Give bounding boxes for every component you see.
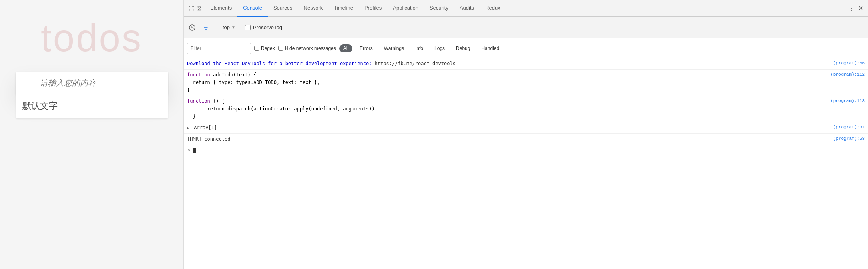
regex-group: Regex	[254, 46, 275, 51]
console-entry-2: function addTodo(text) { return { type: …	[184, 70, 868, 96]
console-entry-5-source[interactable]: (program):58	[833, 135, 865, 141]
filter-info-btn[interactable]: Info	[411, 44, 427, 52]
filter-input[interactable]	[187, 43, 251, 54]
preserve-log-label[interactable]: Preserve log	[253, 24, 282, 30]
prompt-icon: >	[187, 147, 190, 153]
console-entry-3-source[interactable]: (program):113	[830, 98, 865, 103]
app-input-area	[16, 72, 168, 94]
filter-icon-btn[interactable]	[201, 22, 211, 33]
tab-security[interactable]: Security	[424, 0, 454, 17]
tab-sources[interactable]: Sources	[268, 0, 298, 17]
svg-line-1	[191, 26, 193, 29]
preserve-log-checkbox[interactable]	[245, 25, 251, 30]
filter-bar: Regex Hide network messages All Errors W…	[184, 38, 868, 58]
devtools-panel: ⬚ ⧖ Elements Console Sources Network Tim…	[184, 0, 868, 269]
filter-debug-btn[interactable]: Debug	[452, 44, 474, 52]
console-output: Download the React DevTools for a better…	[184, 58, 868, 269]
tab-redux[interactable]: Redux	[480, 0, 506, 17]
todo-input[interactable]	[16, 72, 168, 94]
tab-audits[interactable]: Audits	[454, 0, 480, 17]
close-devtools-icon[interactable]: ✕	[858, 4, 863, 12]
hide-network-label[interactable]: Hide network messages	[285, 46, 336, 51]
console-prompt-row: >	[184, 145, 868, 156]
devtools-tab-icons: ⬚ ⧖	[185, 4, 205, 12]
devtools-tabs-bar: ⬚ ⧖ Elements Console Sources Network Tim…	[184, 0, 868, 17]
regex-checkbox[interactable]	[254, 46, 259, 51]
regex-label[interactable]: Regex	[261, 46, 275, 51]
console-entry-5: [HMR] connected (program):58	[184, 134, 868, 145]
console-entry-4-content: ▶ Array[1]	[187, 124, 830, 132]
console-entry-4-source[interactable]: (program):81	[833, 124, 865, 130]
console-entry-3-content: function () { return dispatch(actionCrea…	[187, 98, 827, 120]
filter-warnings-btn[interactable]: Warnings	[380, 44, 408, 52]
hide-network-checkbox[interactable]	[278, 46, 283, 51]
context-label: top	[223, 24, 230, 30]
default-todo-item: 默认文字	[16, 94, 168, 118]
tab-timeline[interactable]: Timeline	[328, 0, 359, 17]
device-icon[interactable]: ⧖	[197, 5, 201, 12]
context-selector[interactable]: top ▼	[219, 23, 239, 32]
tab-elements[interactable]: Elements	[205, 0, 237, 17]
expand-icon[interactable]: ▶	[187, 125, 189, 131]
console-entry-1-content: Download the React DevTools for a better…	[187, 60, 830, 68]
tab-network[interactable]: Network	[298, 0, 328, 17]
console-entry-1-source[interactable]: (program):66	[833, 60, 865, 66]
console-entry-3: function () { return dispatch(actionCrea…	[184, 96, 868, 122]
clear-console-button[interactable]	[187, 22, 197, 33]
console-cursor	[193, 148, 196, 153]
devtools-end-icons: ⋮ ✕	[845, 4, 866, 12]
preserve-log-area: Preserve log	[245, 24, 282, 30]
app-panel: todos 默认文字	[0, 0, 184, 269]
hide-network-group: Hide network messages	[278, 46, 336, 51]
filter-errors-btn[interactable]: Errors	[356, 44, 377, 52]
filter-all-btn[interactable]: All	[339, 44, 352, 52]
console-entry-5-content: [HMR] connected	[187, 135, 830, 143]
more-tabs-icon[interactable]: ⋮	[848, 4, 855, 12]
console-toolbar: top ▼ Preserve log	[184, 17, 868, 38]
inspect-icon[interactable]: ⬚	[189, 4, 195, 12]
tab-console[interactable]: Console	[237, 0, 268, 17]
console-entry-2-source[interactable]: (program):112	[830, 71, 865, 77]
clear-icon	[189, 24, 195, 31]
console-entry-1: Download the React DevTools for a better…	[184, 58, 868, 70]
console-entry-2-content: function addTodo(text) { return { type: …	[187, 71, 827, 94]
filter-logs-btn[interactable]: Logs	[430, 44, 449, 52]
app-title: todos	[41, 16, 143, 60]
filter-icon	[203, 24, 209, 31]
toolbar-separator	[215, 24, 215, 32]
context-arrow-icon: ▼	[231, 25, 235, 30]
tab-profiles[interactable]: Profiles	[359, 0, 387, 17]
tab-application[interactable]: Application	[387, 0, 424, 17]
filter-handled-btn[interactable]: Handled	[477, 44, 503, 52]
console-entry-4: ▶ Array[1] (program):81	[184, 122, 868, 134]
